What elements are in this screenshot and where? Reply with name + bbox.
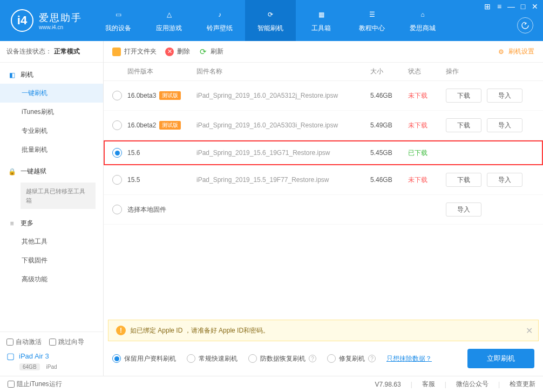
download-button[interactable]: 下载 [446, 118, 481, 132]
th-ops: 操作 [446, 67, 534, 76]
footer-update[interactable]: 检查更新 [510, 380, 535, 389]
firmware-size: 5.46GB [370, 176, 408, 184]
top-tab-2[interactable]: ♪铃声壁纸 [194, 0, 245, 41]
nav-item[interactable]: 其他工具 [0, 232, 103, 251]
opt-anti-recovery[interactable]: 防数据恢复刷机? [248, 354, 316, 363]
top-tab-4[interactable]: ▦工具箱 [296, 0, 347, 41]
firmware-status: 未下载 [408, 91, 446, 100]
help-icon[interactable]: ? [368, 355, 376, 362]
import-button[interactable]: 导入 [487, 173, 522, 187]
warning-icon: ! [116, 326, 126, 335]
opt-repair[interactable]: 修复刷机? [327, 354, 376, 363]
nav-item[interactable]: 高级功能 [0, 270, 103, 289]
window-controls: ⊞ ≡ — □ ✕ [483, 2, 540, 11]
footer: 阻止iTunes运行 V7.98.63 | 客服 | 微信公众号 | 检查更新 [0, 376, 543, 392]
device-capacity: 64GB [19, 363, 40, 370]
row-radio[interactable] [112, 175, 122, 185]
grid-icon[interactable]: ⊞ [483, 2, 492, 11]
auto-activate-checkbox[interactable]: 自动激活 [6, 337, 42, 347]
download-button[interactable]: 下载 [446, 173, 481, 187]
nav-item[interactable]: iTunes刷机 [0, 103, 103, 121]
download-button[interactable]: 下载 [446, 89, 481, 103]
nav-head-jailbreak[interactable]: 🔒 一键越狱 [0, 163, 103, 180]
row-radio[interactable] [112, 205, 122, 214]
warning-close-icon[interactable]: ✕ [526, 326, 533, 336]
warning-bar: ! 如已绑定 Apple ID ，请准备好 Apple ID和密码。 ✕ [108, 320, 539, 341]
version-text: 16.0beta2 [127, 121, 156, 129]
device-info[interactable]: ▢ iPad Air 3 [6, 351, 97, 361]
top-tab-5[interactable]: ☰教程中心 [347, 0, 397, 41]
firmware-row[interactable]: 15.5 iPad_Spring_2019_15.5_19F77_Restore… [104, 165, 543, 195]
footer-wechat[interactable]: 微信公众号 [456, 380, 488, 389]
firmware-status: 已下载 [408, 148, 446, 158]
local-firmware-row[interactable]: 选择本地固件 导入 [104, 195, 543, 225]
firmware-status: 未下载 [408, 121, 446, 130]
firmware-name: iPad_Spring_2019_15.5_19F77_Restore.ipsw [196, 176, 370, 184]
flash-now-button[interactable]: 立即刷机 [467, 349, 534, 368]
nav-head-flash[interactable]: ◧ 刷机 [0, 66, 103, 84]
opt-keep-data[interactable]: 保留用户资料刷机 [112, 354, 176, 363]
refresh-button[interactable]: ⟳刷新 [199, 47, 223, 56]
firmware-row[interactable]: 15.6 iPad_Spring_2019_15.6_19G71_Restore… [104, 140, 543, 165]
nav-head-more[interactable]: ≡ 更多 [0, 214, 103, 232]
th-size: 大小 [370, 67, 408, 76]
lock-icon: 🔒 [8, 167, 16, 176]
sidebar-bottom: 自动激活 跳过向导 ▢ iPad Air 3 64GB iPad [0, 332, 103, 376]
logo: i4 爱思助手 www.i4.cn [0, 9, 93, 32]
th-status: 状态 [408, 67, 446, 76]
device-name: iPad Air 3 [19, 352, 49, 360]
version-text: 15.6 [127, 149, 140, 157]
opt-normal[interactable]: 常规快速刷机 [187, 354, 237, 363]
logo-icon: i4 [11, 9, 33, 32]
nav-item[interactable]: 专业刷机 [0, 121, 103, 140]
firmware-row[interactable]: 16.0beta3测试版 iPad_Spring_2019_16.0_20A53… [104, 81, 543, 111]
skip-guide-checkbox[interactable]: 跳过向导 [49, 337, 84, 347]
maximize-icon[interactable]: □ [518, 2, 528, 11]
table-header: 固件版本 固件名称 大小 状态 操作 [104, 63, 543, 81]
row-radio[interactable] [112, 148, 122, 158]
row-radio[interactable] [112, 91, 122, 100]
tab-icon: ⌂ [417, 9, 429, 21]
nav-item[interactable]: 批量刷机 [0, 140, 103, 159]
minimize-icon[interactable]: — [506, 2, 516, 11]
close-icon[interactable]: ✕ [530, 2, 540, 11]
conn-value: 正常模式 [54, 47, 80, 56]
tab-icon: ☰ [366, 9, 378, 21]
footer-service[interactable]: 客服 [422, 380, 435, 389]
erase-data-link[interactable]: 只想抹除数据？ [386, 354, 432, 363]
folder-icon [112, 48, 121, 56]
help-icon[interactable]: ? [309, 355, 316, 362]
header-refresh-icon[interactable] [517, 17, 533, 33]
more-icon: ≡ [8, 219, 16, 228]
block-itunes-checkbox[interactable]: 阻止iTunes运行 [8, 380, 62, 389]
top-tab-3[interactable]: ⟳智能刷机 [245, 0, 296, 41]
flash-settings-button[interactable]: ⚙刷机设置 [497, 47, 534, 56]
import-button[interactable]: 导入 [487, 89, 522, 103]
firmware-size: 5.46GB [370, 92, 408, 99]
top-tab-6[interactable]: ⌂爱思商城 [397, 0, 448, 41]
tablet-icon: ▢ [6, 351, 15, 361]
conn-label: 设备连接状态： [6, 47, 52, 56]
app-name: 爱思助手 [39, 11, 82, 24]
nav-item[interactable]: 一键刷机 [0, 84, 103, 103]
top-tabs: ▭我的设备△应用游戏♪铃声壁纸⟳智能刷机▦工具箱☰教程中心⌂爱思商城 [93, 0, 543, 41]
open-folder-button[interactable]: 打开文件夹 [112, 47, 157, 56]
import-button[interactable]: 导入 [446, 202, 481, 217]
firmware-row[interactable]: 16.0beta2测试版 iPad_Spring_2019_16.0_20A53… [104, 111, 543, 140]
delete-button[interactable]: ✕删除 [165, 47, 190, 56]
beta-badge: 测试版 [159, 121, 181, 130]
toolbar: 打开文件夹 ✕删除 ⟳刷新 ⚙刷机设置 [104, 41, 543, 63]
nav-item[interactable]: 下载固件 [0, 251, 103, 270]
top-tab-0[interactable]: ▭我的设备 [93, 0, 144, 41]
delete-icon: ✕ [165, 48, 174, 56]
version-text: 16.0beta3 [127, 92, 156, 99]
top-tab-1[interactable]: △应用游戏 [144, 0, 194, 41]
th-name: 固件名称 [196, 67, 370, 76]
row-radio[interactable] [112, 120, 122, 130]
list-icon[interactable]: ≡ [494, 2, 504, 11]
local-firmware-label: 选择本地固件 [127, 205, 196, 214]
tab-icon: ▭ [112, 9, 124, 21]
firmware-size: 5.49GB [370, 121, 408, 129]
import-button[interactable]: 导入 [487, 118, 522, 132]
app-url: www.i4.cn [39, 24, 82, 30]
